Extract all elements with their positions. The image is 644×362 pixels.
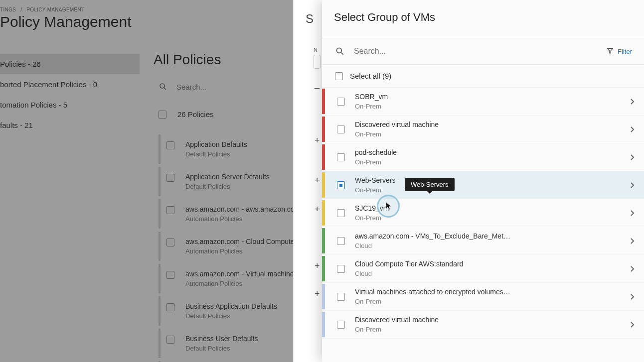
status-stripe — [322, 144, 325, 170]
chevron-right-icon — [630, 154, 635, 161]
vm-checkbox[interactable] — [337, 321, 345, 329]
vm-row[interactable]: pod-scheduleOn-Prem — [322, 143, 644, 171]
filter-icon — [607, 47, 614, 56]
vm-text: Web-ServersOn-Prem — [355, 176, 630, 194]
status-stripe — [322, 172, 325, 198]
svg-marker-4 — [608, 48, 613, 53]
vm-name: Cloud Compute Tier AWS:standard — [355, 260, 630, 268]
status-stripe — [322, 200, 325, 226]
vm-search-input[interactable] — [354, 47, 607, 56]
vm-text: SOBR_vmOn-Prem — [355, 93, 630, 110]
vm-sublabel: On-Prem — [355, 326, 630, 333]
plus-icon: + — [315, 261, 320, 271]
panel-header: Select Group of VMs — [322, 0, 644, 38]
plus-icon: + — [315, 175, 320, 186]
vm-name: Virtual machines attached to encrypted v… — [355, 288, 630, 296]
status-stripe — [322, 117, 325, 142]
vm-row[interactable]: aws.amazon.com - VMs_To_Exclude_Bare_Met… — [322, 227, 644, 255]
vm-checkbox[interactable] — [337, 125, 345, 133]
vm-sublabel: Cloud — [355, 242, 630, 249]
vm-checkbox[interactable] — [337, 293, 345, 301]
vm-sublabel: On-Prem — [355, 298, 630, 305]
search-icon — [335, 46, 345, 56]
chevron-right-icon — [630, 126, 635, 133]
chevron-right-icon — [630, 238, 635, 244]
vm-text: Virtual machines attached to encrypted v… — [355, 288, 630, 305]
chevron-right-icon — [630, 210, 635, 217]
vm-checkbox[interactable] — [337, 181, 345, 189]
vm-checkbox[interactable] — [337, 237, 345, 245]
vm-text: Discovered virtual machineOn-Prem — [355, 121, 630, 138]
chevron-right-icon — [630, 182, 635, 189]
status-stripe — [322, 256, 325, 281]
vm-search-bar: Filter — [322, 38, 644, 64]
tooltip-text: Web-Servers — [411, 181, 449, 188]
vm-text: pod-scheduleOn-Prem — [355, 148, 630, 166]
filter-label: Filter — [618, 48, 632, 55]
vm-row[interactable]: Discovered virtual machineOn-Prem — [322, 311, 644, 339]
vm-row[interactable]: Virtual machines attached to encrypted v… — [322, 283, 644, 311]
plus-icon: + — [315, 135, 320, 146]
vm-row[interactable]: Discovered virtual machineOn-Prem — [322, 116, 644, 143]
field-label-fragment: N — [314, 47, 318, 53]
vm-text: Cloud Compute Tier AWS:standardCloud — [355, 260, 630, 277]
vm-sublabel: On-Prem — [355, 103, 630, 110]
chevron-right-icon — [630, 265, 635, 272]
chevron-right-icon — [630, 321, 635, 328]
vm-list: SOBR_vmOn-PremDiscovered virtual machine… — [322, 88, 644, 362]
status-stripe — [322, 284, 325, 309]
vm-row[interactable]: Cloud Compute Tier AWS:standardCloud — [322, 255, 644, 283]
vm-name: Discovered virtual machine — [355, 316, 630, 324]
underlying-panel-title-fragment: S — [306, 12, 314, 26]
chevron-right-icon — [630, 98, 635, 105]
vm-sublabel: On-Prem — [355, 186, 630, 194]
vm-sublabel: On-Prem — [355, 214, 630, 222]
status-stripe — [322, 89, 325, 114]
select-group-panel: Select Group of VMs Filter Select all (9… — [322, 0, 644, 362]
select-all-label: Select all (9) — [350, 72, 391, 80]
vm-name: Web-Servers — [355, 176, 630, 184]
vm-name: SOBR_vm — [355, 93, 630, 101]
vm-checkbox[interactable] — [337, 153, 345, 161]
vm-name: aws.amazon.com - VMs_To_Exclude_Bare_Met… — [355, 232, 630, 240]
plus-icon: + — [315, 289, 320, 299]
vm-name: SJC19_vm — [355, 204, 630, 212]
status-stripe — [322, 228, 325, 253]
tooltip: Web-Servers — [405, 178, 455, 191]
vm-name: pod-schedule — [355, 148, 630, 156]
select-all-row[interactable]: Select all (9) — [322, 65, 644, 88]
underlying-panel: S N – + + + + + — [293, 0, 322, 362]
vm-text: Discovered virtual machineOn-Prem — [355, 316, 630, 333]
vm-sublabel: On-Prem — [355, 130, 630, 138]
filter-button[interactable]: Filter — [607, 47, 632, 56]
chevron-right-icon — [630, 293, 635, 300]
vm-checkbox[interactable] — [337, 209, 345, 217]
vm-row[interactable]: Web-ServersOn-Prem — [322, 171, 644, 199]
minus-icon: – — [315, 83, 320, 93]
vm-row[interactable]: SJC19_vmOn-Prem — [322, 199, 644, 227]
vm-text: aws.amazon.com - VMs_To_Exclude_Bare_Met… — [355, 232, 630, 249]
vm-sublabel: Cloud — [355, 270, 630, 277]
svg-line-3 — [341, 53, 343, 55]
vm-row[interactable]: SOBR_vmOn-Prem — [322, 88, 644, 116]
select-all-checkbox[interactable] — [335, 72, 343, 80]
text-field-fragment — [314, 55, 321, 69]
vm-text: SJC19_vmOn-Prem — [355, 204, 630, 222]
vm-checkbox[interactable] — [337, 98, 345, 106]
panel-title: Select Group of VMs — [334, 11, 632, 24]
plus-icon: + — [315, 204, 320, 215]
status-stripe — [322, 312, 325, 337]
vm-sublabel: On-Prem — [355, 158, 630, 166]
vm-name: Discovered virtual machine — [355, 121, 630, 128]
svg-point-2 — [336, 48, 341, 53]
vm-checkbox[interactable] — [337, 265, 345, 273]
